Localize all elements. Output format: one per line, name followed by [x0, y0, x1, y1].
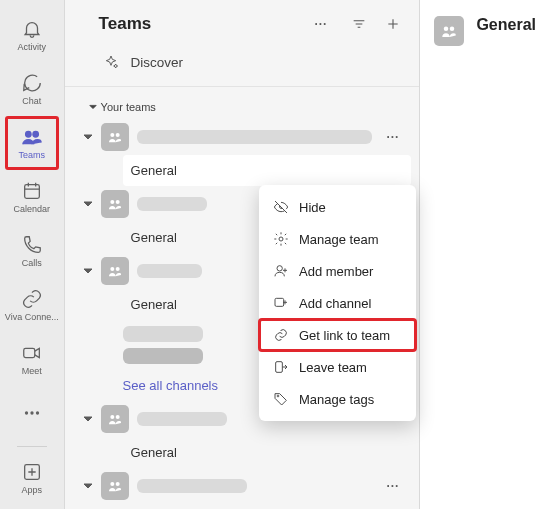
svg-point-24 [277, 395, 279, 397]
caret-down-icon [83, 414, 93, 424]
menu-hide[interactable]: Hide [259, 191, 416, 223]
rail-activity[interactable]: Activity [4, 8, 60, 62]
rail-label: Meet [22, 366, 42, 376]
channel-title: General [476, 16, 536, 34]
discover-button[interactable]: Discover [65, 44, 420, 87]
team-avatar [101, 123, 129, 151]
menu-manage-tags[interactable]: Manage tags [259, 383, 416, 415]
rail-apps[interactable]: Apps [4, 455, 60, 509]
panel-title: Teams [99, 14, 152, 34]
tag-icon [273, 391, 289, 407]
phone-icon [21, 234, 43, 256]
rail-meet[interactable]: Meet [4, 332, 60, 386]
svg-rect-23 [276, 362, 283, 373]
team-name-redacted [137, 479, 247, 493]
team-avatar [101, 257, 129, 285]
sparkle-icon [103, 54, 119, 70]
rail-label: Viva Conne... [5, 312, 59, 322]
rail-label: Apps [22, 485, 43, 495]
rail-label: Calendar [14, 204, 51, 214]
menu-label: Get link to team [299, 328, 390, 343]
channel-item[interactable]: General [123, 155, 412, 186]
panel-more-icon[interactable]: ··· [308, 17, 333, 31]
filter-icon[interactable] [351, 16, 367, 32]
rail-label: Teams [19, 150, 46, 160]
svg-point-14 [110, 415, 114, 419]
svg-point-8 [110, 133, 114, 137]
add-member-icon [273, 263, 289, 279]
rail-chat[interactable]: Chat [4, 62, 60, 116]
svg-rect-3 [24, 348, 35, 357]
eye-off-icon [273, 199, 289, 215]
svg-point-5 [30, 411, 33, 414]
svg-point-9 [115, 133, 119, 137]
team-row[interactable]: ··· [73, 468, 412, 504]
menu-label: Add member [299, 264, 373, 279]
team-name-redacted [137, 130, 373, 144]
rail-calls[interactable]: Calls [4, 224, 60, 278]
link-icon [273, 327, 289, 343]
svg-rect-2 [24, 185, 39, 199]
team-avatar [101, 405, 129, 433]
leave-icon [273, 359, 289, 375]
menu-manage-team[interactable]: Manage team [259, 223, 416, 255]
menu-leave-team[interactable]: Leave team [259, 351, 416, 383]
caret-down-icon [89, 103, 97, 111]
caret-down-icon [83, 481, 93, 491]
channel-item-redacted[interactable] [123, 348, 203, 364]
svg-point-21 [277, 266, 282, 271]
menu-get-link[interactable]: Get link to team [259, 319, 416, 351]
team-row[interactable]: ··· [73, 119, 412, 155]
team-name-redacted [137, 197, 207, 211]
section-your-teams[interactable]: Your teams [65, 87, 420, 119]
team-avatar [101, 472, 129, 500]
svg-point-18 [444, 27, 449, 32]
menu-label: Leave team [299, 360, 367, 375]
channel-item[interactable]: General [123, 437, 412, 468]
rail-separator [17, 446, 47, 447]
caret-down-icon [83, 132, 93, 142]
rail-more[interactable] [4, 386, 60, 440]
svg-point-4 [25, 411, 28, 414]
channel-content: General [420, 0, 550, 509]
people-icon [21, 126, 43, 148]
chat-icon [21, 72, 43, 94]
rail-teams[interactable]: Teams [5, 116, 59, 170]
menu-add-channel[interactable]: Add channel [259, 287, 416, 319]
team-more-button[interactable]: ··· [380, 130, 405, 144]
team-context-menu: Hide Manage team Add member Add channel … [259, 185, 416, 421]
svg-point-11 [115, 200, 119, 204]
svg-rect-22 [275, 298, 284, 306]
link-icon [21, 288, 43, 310]
svg-point-12 [110, 267, 114, 271]
svg-point-0 [25, 132, 30, 138]
menu-label: Add channel [299, 296, 371, 311]
rail-viva[interactable]: Viva Conne... [4, 278, 60, 332]
caret-down-icon [83, 266, 93, 276]
svg-point-15 [115, 415, 119, 419]
video-icon [21, 342, 43, 364]
team-avatar [101, 190, 129, 218]
rail-label: Activity [18, 42, 47, 52]
channel-item-redacted[interactable] [123, 326, 203, 342]
menu-label: Manage team [299, 232, 379, 247]
svg-point-16 [110, 482, 114, 486]
rail-calendar[interactable]: Calendar [4, 170, 60, 224]
team-name-redacted [137, 412, 227, 426]
apps-icon [21, 461, 43, 483]
channel-avatar [434, 16, 464, 46]
plus-icon[interactable] [385, 16, 401, 32]
section-label: Your teams [101, 101, 156, 113]
svg-point-19 [450, 27, 455, 32]
add-channel-icon [273, 295, 289, 311]
app-rail: Activity Chat Teams Calendar Calls Viva … [0, 0, 65, 509]
calendar-icon [21, 180, 43, 202]
rail-label: Chat [22, 96, 41, 106]
menu-add-member[interactable]: Add member [259, 255, 416, 287]
gear-icon [273, 231, 289, 247]
menu-label: Hide [299, 200, 326, 215]
caret-down-icon [83, 199, 93, 209]
team-more-button[interactable]: ··· [380, 479, 405, 493]
more-icon [21, 402, 43, 424]
rail-label: Calls [22, 258, 42, 268]
